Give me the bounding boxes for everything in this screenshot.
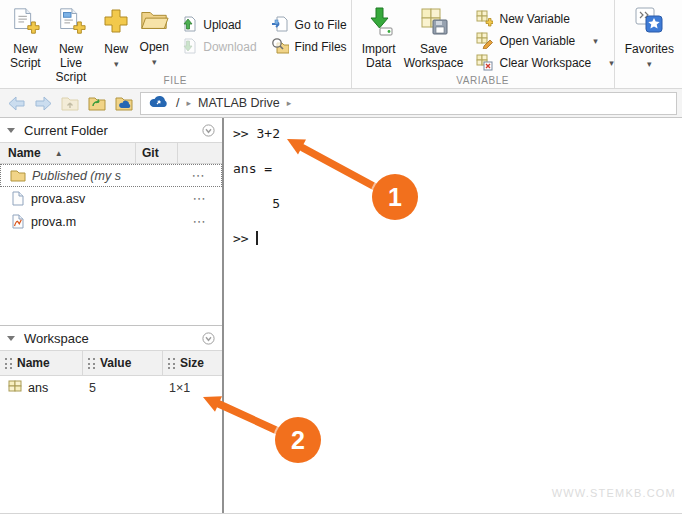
- open-button[interactable]: Open ▾: [135, 5, 173, 70]
- browse-for-folder-button[interactable]: [86, 92, 108, 114]
- new-live-script-button[interactable]: New Live Script: [45, 5, 98, 85]
- new-variable-label: New Variable: [499, 12, 569, 26]
- column-header-size[interactable]: Size: [163, 351, 222, 375]
- upload-button[interactable]: Upload: [179, 14, 256, 36]
- file-row-prova-m[interactable]: prova.m ⋯: [0, 210, 222, 233]
- import-data-button[interactable]: Import Data: [358, 5, 400, 71]
- go-to-file-icon: [271, 15, 289, 36]
- name-column-label: Name: [8, 146, 41, 160]
- save-workspace-label: Save Workspace: [404, 42, 464, 70]
- sort-ascending-icon: ▲: [55, 149, 63, 158]
- name-column-label: Name: [17, 356, 50, 370]
- new-label: New: [104, 42, 128, 56]
- annotation-badge-1: 1: [372, 174, 418, 220]
- open-variable-button[interactable]: Open Variable ▾: [475, 30, 613, 52]
- watermark: WWW.STEMKB.COM: [552, 487, 676, 499]
- open-folder-icon: [139, 6, 169, 37]
- workspace-title: Workspace: [24, 331, 89, 346]
- cloud-drive-icon[interactable]: [149, 95, 169, 111]
- file-section-label: FILE: [0, 75, 351, 86]
- find-files-button[interactable]: Find Files: [271, 36, 347, 58]
- matlab-online-window: New Script New Live Script New ▾ Open: [0, 0, 682, 514]
- find-files-label: Find Files: [295, 40, 347, 54]
- column-header-value[interactable]: Value: [83, 351, 163, 375]
- chevron-down-icon[interactable]: ▾: [609, 58, 614, 68]
- back-button[interactable]: [5, 92, 27, 114]
- download-icon: [179, 37, 197, 58]
- clear-workspace-icon: [475, 53, 493, 74]
- annotation-badge-2: 2: [275, 417, 321, 463]
- side-panels: Current Folder Name ▲ Git Publ: [0, 118, 222, 513]
- upload-label: Upload: [203, 18, 241, 32]
- variable-actions-group: New Variable Open Variable ▾ Clear Works…: [475, 5, 613, 74]
- breadcrumb-matlab-drive[interactable]: MATLAB Drive: [198, 96, 280, 110]
- up-one-level-button[interactable]: [59, 92, 81, 114]
- save-workspace-button[interactable]: Save Workspace: [400, 5, 468, 71]
- favorites-section: Favorites ▾: [615, 0, 682, 88]
- upload-icon: [179, 15, 197, 36]
- file-section: New Script New Live Script New ▾ Open: [0, 0, 352, 88]
- forward-button[interactable]: [32, 92, 54, 114]
- file-row-prova-asv[interactable]: prova.asv ⋯: [0, 187, 222, 210]
- current-folder-column-headers: Name ▲ Git: [0, 142, 222, 164]
- column-drag-handle-icon: [88, 358, 95, 369]
- import-data-icon: [364, 6, 394, 39]
- upload-download-group: Upload Download: [179, 5, 256, 58]
- new-button[interactable]: New ▾: [97, 5, 135, 72]
- matlab-drive-folder-button[interactable]: [113, 92, 135, 114]
- favorites-label: Favorites: [625, 42, 674, 56]
- size-column-label: Size: [180, 356, 204, 370]
- workspace-row-ans[interactable]: ans 5 1×1: [0, 376, 222, 399]
- address-bar: / ▸ MATLAB Drive ▸: [0, 89, 682, 118]
- row-actions-button[interactable]: ⋯: [177, 191, 222, 206]
- file-row-published[interactable]: Published (my s ⋯: [0, 164, 222, 187]
- row-actions-button[interactable]: ⋯: [176, 168, 221, 183]
- column-drag-handle-icon: [5, 358, 12, 369]
- row-actions-button[interactable]: ⋯: [177, 214, 222, 229]
- clear-workspace-button[interactable]: Clear Workspace ▾: [475, 52, 613, 74]
- command-prompt: >>: [233, 231, 256, 246]
- collapse-panel-icon[interactable]: [7, 128, 15, 133]
- new-script-label: New Script: [10, 42, 41, 70]
- column-header-name[interactable]: Name: [0, 351, 83, 375]
- variable-value: 5: [83, 381, 163, 395]
- file-name: prova.asv: [31, 192, 177, 206]
- folder-icon: [9, 169, 27, 182]
- current-folder-panel: Current Folder Name ▲ Git Publ: [0, 118, 222, 325]
- new-variable-icon: [475, 9, 493, 30]
- collapse-panel-icon[interactable]: [7, 336, 15, 341]
- variable-grid-icon: [8, 380, 22, 395]
- open-variable-icon: [475, 31, 493, 52]
- panel-minimize-button[interactable]: [202, 124, 215, 137]
- favorites-icon: [634, 6, 664, 39]
- open-variable-label: Open Variable: [499, 34, 575, 48]
- ribbon-toolbar: New Script New Live Script New ▾ Open: [0, 0, 682, 89]
- new-script-button[interactable]: New Script: [6, 5, 45, 71]
- save-workspace-icon: [419, 6, 449, 39]
- chevron-down-icon: ▾: [647, 57, 652, 71]
- chevron-down-icon[interactable]: ▾: [593, 36, 598, 46]
- panel-minimize-button[interactable]: [202, 332, 215, 345]
- new-variable-button[interactable]: New Variable: [475, 8, 613, 30]
- breadcrumb-separator-icon: ▸: [287, 98, 292, 108]
- breadcrumb-root[interactable]: /: [176, 96, 179, 110]
- column-header-extra[interactable]: [177, 143, 222, 163]
- find-group: Go to File Find Files: [271, 5, 347, 58]
- column-header-name[interactable]: Name ▲: [0, 143, 135, 163]
- favorites-button[interactable]: Favorites ▾: [621, 5, 678, 72]
- go-to-file-button[interactable]: Go to File: [271, 14, 347, 36]
- column-header-git[interactable]: Git: [135, 143, 177, 163]
- matlab-file-icon: [8, 214, 26, 229]
- download-button[interactable]: Download: [179, 36, 256, 58]
- download-label: Download: [203, 40, 256, 54]
- file-name: Published (my s: [32, 169, 176, 183]
- value-column-label: Value: [100, 356, 131, 370]
- variable-size: 1×1: [163, 381, 222, 395]
- new-plus-icon: [101, 6, 131, 39]
- column-drag-handle-icon: [168, 358, 175, 369]
- workspace-column-headers: Name Value Size: [0, 350, 222, 376]
- chevron-down-icon: ▾: [152, 55, 157, 69]
- breadcrumb-separator-icon: ▸: [186, 98, 191, 108]
- breadcrumb: / ▸ MATLAB Drive ▸: [140, 92, 677, 115]
- variable-section: Import Data Save Workspace New Variable: [352, 0, 615, 88]
